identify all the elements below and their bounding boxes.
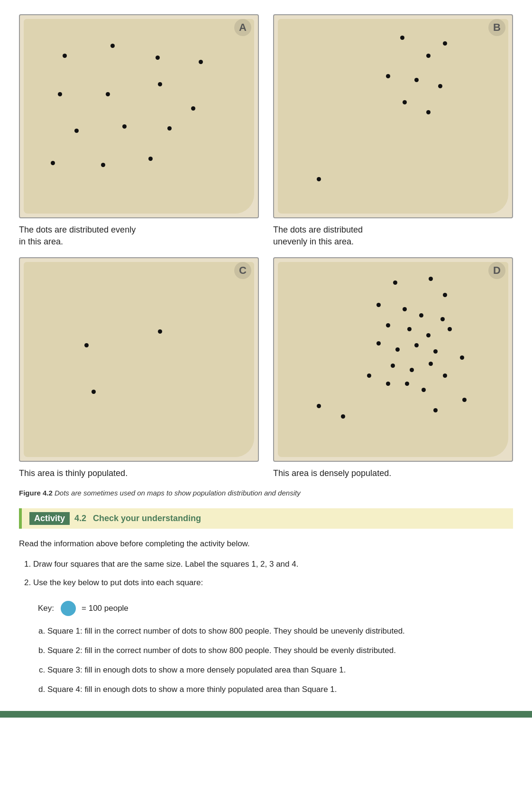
sub-instruction-c: Square 3: fill in enough dots to show a … — [47, 663, 513, 677]
instruction-2: Use the key below to put dots into each … — [33, 576, 513, 590]
diagram-label-c: C — [234, 262, 251, 279]
figure-caption-bold: Figure 4.2 — [19, 489, 53, 497]
intro-text: Read the information above before comple… — [19, 537, 513, 551]
key-section: Key: = 100 people — [38, 601, 513, 616]
key-label: Key: — [38, 604, 54, 613]
figure-caption: Figure 4.2 Dots are sometimes used on ma… — [19, 489, 513, 497]
diagram-label-a: A — [234, 19, 251, 36]
diagram-box-a: A — [19, 14, 259, 218]
diagrams-section: A The dots are distributed evenlyin this… — [19, 14, 513, 479]
diagram-box-b: B — [273, 14, 513, 218]
diagram-cell-d: D — [273, 257, 513, 479]
diagram-caption-c: This area is thinly populated. — [19, 467, 259, 479]
diagram-box-c: C — [19, 257, 259, 461]
diagram-label-d: D — [488, 262, 505, 279]
diagram-caption-b: The dots are distributedunevenly in this… — [273, 224, 513, 248]
diagram-cell-a: A The dots are distributed evenlyin this… — [19, 14, 259, 248]
key-dot-icon — [61, 601, 76, 616]
instruction-1: Draw four squares that are the same size… — [33, 558, 513, 571]
bottom-bar — [0, 711, 532, 718]
sub-instruction-a: Square 1: fill in the correct number of … — [47, 625, 513, 638]
diagram-caption-d: This area is densely populated. — [273, 467, 513, 479]
diagram-cell-c: C This area is thinly populated. — [19, 257, 259, 479]
diagram-cell-b: B The dots are distributedunevenly in th… — [273, 14, 513, 248]
diagram-caption-a: The dots are distributed evenlyin this a… — [19, 224, 259, 248]
diagram-box-d: D — [273, 257, 513, 461]
activity-number: 4.2 — [74, 514, 86, 523]
diagram-label-b: B — [488, 19, 505, 36]
figure-caption-text: Dots are sometimes used on maps to show … — [53, 489, 301, 497]
activity-title: Check your understanding — [93, 514, 201, 523]
sub-instruction-d: Square 4: fill in enough dots to show a … — [47, 683, 513, 697]
sub-instruction-b: Square 2: fill in the correct number of … — [47, 644, 513, 658]
activity-header: Activity 4.2 Check your understanding — [19, 508, 513, 529]
sub-instructions-list: Square 1: fill in the correct number of … — [47, 625, 513, 697]
activity-tag: Activity — [29, 512, 70, 525]
key-value: = 100 people — [82, 604, 128, 613]
instructions-list: Draw four squares that are the same size… — [33, 558, 513, 590]
